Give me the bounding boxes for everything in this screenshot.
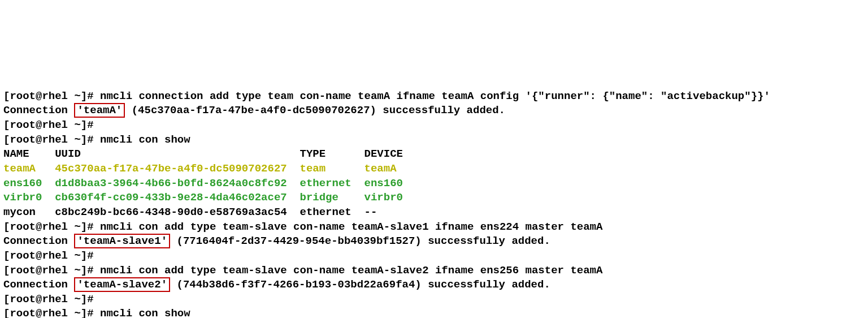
cell-uuid: c8bc249b-bc66-4348-90d0-e58769a3ac54	[55, 206, 300, 218]
col-type: TYPE	[300, 148, 364, 160]
output-text: Connection	[3, 104, 68, 117]
output-text: successfully added.	[428, 278, 550, 291]
highlight-slave2: 'teamA-slave2'	[74, 277, 170, 292]
command-con-show: nmcli con show	[100, 307, 190, 318]
table-row: ens160 d1d8baa3-3964-4b66-b0fd-8624a0c8f…	[3, 177, 403, 190]
col-uuid: UUID	[55, 148, 300, 160]
prompt: [root@rhel ~]#	[3, 134, 94, 146]
highlight-teamA: 'teamA'	[74, 103, 125, 118]
table1-header: NAME UUID TYPE DEVICE	[3, 148, 403, 160]
terminal-output: [root@rhel ~]# nmcli connection add type…	[0, 72, 868, 318]
output-text: Connection	[3, 278, 68, 291]
output-text: successfully added.	[383, 104, 505, 117]
output-text: (744b38d6-f3f7-4266-b193-03bd22a69fa4)	[176, 278, 421, 291]
output-text: successfully added.	[428, 235, 550, 247]
command-add-slave1: nmcli con add type team-slave con-name t…	[100, 221, 602, 233]
prompt: [root@rhel ~]#	[3, 264, 94, 277]
prompt: [root@rhel ~]#	[3, 90, 94, 102]
cell-type: ethernet	[300, 206, 364, 218]
command-con-show: nmcli con show	[100, 134, 190, 146]
cell-name: teamA	[3, 162, 55, 175]
prompt: [root@rhel ~]#	[3, 293, 94, 306]
prompt: [root@rhel ~]#	[3, 119, 94, 131]
cell-type: bridge	[300, 191, 364, 204]
cell-name: mycon	[3, 206, 55, 218]
cell-uuid: d1d8baa3-3964-4b66-b0fd-8624a0c8fc92	[55, 177, 300, 190]
cell-type: team	[300, 162, 364, 175]
cell-device: virbr0	[364, 191, 403, 204]
command-add-slave2: nmcli con add type team-slave con-name t…	[100, 264, 602, 277]
cell-type: ethernet	[300, 177, 364, 190]
output-text: (45c370aa-f17a-47be-a4f0-dc5090702627)	[132, 104, 376, 117]
prompt: [root@rhel ~]#	[3, 307, 94, 318]
cell-device: teamA	[364, 162, 397, 175]
output-text: Connection	[3, 235, 68, 247]
highlight-slave1: 'teamA-slave1'	[74, 234, 170, 248]
cell-name: ens160	[3, 177, 55, 190]
col-device: DEVICE	[364, 148, 403, 160]
table-row: virbr0 cb630f4f-cc09-433b-9e28-4da46c02a…	[3, 191, 403, 204]
cell-uuid: cb630f4f-cc09-433b-9e28-4da46c02ace7	[55, 191, 300, 204]
command-add-team: nmcli connection add type team con-name …	[100, 90, 770, 102]
col-name: NAME	[3, 148, 55, 160]
prompt: [root@rhel ~]#	[3, 221, 94, 233]
table-row: teamA 45c370aa-f17a-47be-a4f0-dc50907026…	[3, 162, 397, 175]
prompt: [root@rhel ~]#	[3, 250, 94, 262]
cell-uuid: 45c370aa-f17a-47be-a4f0-dc5090702627	[55, 162, 300, 175]
cell-device: --	[364, 206, 377, 218]
table-row: mycon c8bc249b-bc66-4348-90d0-e58769a3ac…	[3, 206, 377, 218]
cell-device: ens160	[364, 177, 403, 190]
output-text: (7716404f-2d37-4429-954e-bb4039bf1527)	[176, 235, 421, 247]
cell-name: virbr0	[3, 191, 55, 204]
